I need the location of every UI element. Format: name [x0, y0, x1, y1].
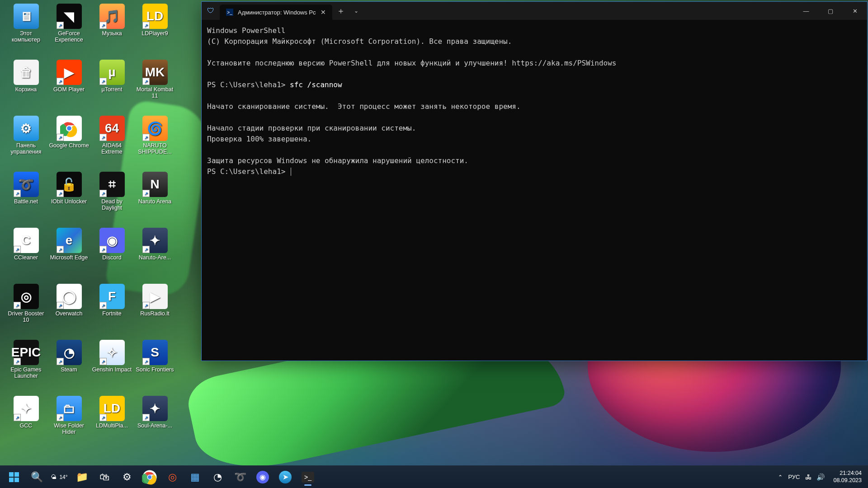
term-command: sfc /scannow	[290, 80, 342, 89]
shortcut-arrow-icon: ↗	[142, 302, 150, 309]
desktop-icon-battlenet[interactable]: ➰↗Battle.net	[5, 171, 47, 224]
desktop-icon-recycle-bin[interactable]: 🗑Корзина	[5, 59, 47, 112]
desktop-icon-aida64[interactable]: 64↗AIDA64 Extreme	[90, 115, 133, 168]
taskbar-telegram[interactable]: ➤	[275, 468, 296, 487]
terminal-tab[interactable]: >_ Администратор: Windows Pc ✕	[220, 5, 332, 20]
desktop-icon-rusradio[interactable]: ▶↗RusRadio.lt	[133, 283, 176, 336]
icon-label: Этот компьютер	[5, 30, 47, 43]
weather-widget[interactable]: 🌤 14°	[49, 468, 70, 487]
desktop-icon-gcc[interactable]: ✦↗GCC	[5, 395, 47, 448]
desktop-icon-gom-player[interactable]: ▶↗GOM Player	[47, 59, 90, 112]
taskbar-store[interactable]: 🛍	[94, 468, 115, 487]
steam-icon: ◔↗	[57, 340, 82, 365]
desktop-icon-driver-booster[interactable]: ◎↗Driver Booster 10	[5, 283, 47, 336]
shortcut-arrow-icon: ↗	[14, 190, 21, 197]
driver-booster-icon: ◎↗	[14, 284, 39, 309]
language-indicator[interactable]: РУС	[788, 474, 800, 480]
shortcut-arrow-icon: ↗	[142, 246, 150, 253]
desktop-icon-naruto-arena2[interactable]: ✦↗Naruto-Are...	[133, 227, 176, 280]
mortal-kombat-icon: MK↗	[142, 60, 168, 85]
icon-label: Microsoft Edge	[50, 254, 88, 261]
network-icon[interactable]: 🖧	[805, 473, 812, 481]
desktop-icon-sonic[interactable]: S↗Sonic Frontiers	[133, 339, 176, 392]
aida64-icon: 64↗	[99, 116, 125, 141]
icon-label: Музыка	[102, 30, 122, 37]
battlenet-icon: ➰↗	[14, 172, 39, 197]
taskbar-settings[interactable]: ⚙	[117, 468, 137, 487]
clock[interactable]: 21:24:04 08.09.2023	[830, 470, 862, 484]
desktop-icon-ccleaner[interactable]: C↗CCleaner	[5, 227, 47, 280]
taskbar-explorer[interactable]: 📁	[71, 468, 92, 487]
chrome-icon: ↗	[57, 116, 82, 141]
close-button[interactable]: ✕	[843, 2, 867, 20]
taskbar-chrome[interactable]	[139, 468, 160, 487]
shortcut-arrow-icon: ↗	[57, 134, 64, 141]
icon-label: Naruto Arena	[138, 198, 172, 205]
taskbar[interactable]: 🔍 🌤 14° 📁 🛍 ⚙ ◎ ▦ ◔ ➰ ◉ ➤ >_ ⌃ РУС 🖧 🔊 2…	[0, 465, 868, 488]
desktop-icon-soul-arena[interactable]: ✦↗Soul-Arena-...	[133, 395, 176, 448]
desktop-icon-iobit-unlocker[interactable]: 🔓↗IObit Unlocker	[47, 171, 90, 224]
desktop-icon-control-panel[interactable]: ⚙Панель управления	[5, 115, 47, 168]
search-button[interactable]: 🔍	[26, 468, 47, 487]
windows-icon	[9, 472, 19, 483]
volume-icon[interactable]: 🔊	[816, 473, 825, 481]
tab-dropdown-icon[interactable]: ⌄	[349, 2, 363, 20]
taskbar-terminal[interactable]: >_	[297, 468, 318, 487]
desktop-icon-discord[interactable]: ◉↗Discord	[90, 227, 133, 280]
driverbooster-icon: ◎	[168, 471, 177, 483]
shortcut-arrow-icon: ↗	[14, 246, 21, 253]
taskbar-steam[interactable]: ◔	[207, 468, 228, 487]
desktop-icon-chrome[interactable]: ↗Google Chrome	[47, 115, 90, 168]
term-line: (C) Корпорация Майкрософт (Microsoft Cor…	[207, 37, 512, 46]
clock-time: 21:24:04	[833, 470, 862, 477]
shortcut-arrow-icon: ↗	[142, 190, 150, 197]
desktop-icon-steam[interactable]: ◔↗Steam	[47, 339, 90, 392]
desktop-icon-dead-by-daylight[interactable]: ⌗↗Dead by Daylight	[90, 171, 133, 224]
desktop-icon-naruto-arena[interactable]: N↗Naruto Arena	[133, 171, 176, 224]
desktop-icon-naruto-shippuden[interactable]: 🌀↗NARUTO SHIPPUDE...	[133, 115, 176, 168]
desktop-icon-ldmulti[interactable]: LD↗LDMultiPla...	[90, 395, 133, 448]
terminal-body[interactable]: Windows PowerShell (C) Корпорация Майкро…	[202, 20, 867, 361]
discord-icon: ◉↗	[99, 228, 125, 253]
maximize-button[interactable]: ▢	[818, 2, 843, 20]
desktop-icon-mortal-kombat[interactable]: MK↗Mortal Kombat 11	[133, 59, 176, 112]
minimize-button[interactable]: —	[794, 2, 818, 20]
desktop-icon-overwatch[interactable]: ◯↗Overwatch	[47, 283, 90, 336]
admin-shield-icon: 🛡	[202, 2, 220, 20]
battlenet-icon: ➰	[234, 471, 246, 483]
shortcut-arrow-icon: ↗	[57, 22, 64, 29]
tray-overflow-icon[interactable]: ⌃	[778, 474, 783, 480]
taskbar-app[interactable]: ▦	[184, 468, 205, 487]
desktop-icon-ms-edge[interactable]: e↗Microsoft Edge	[47, 227, 90, 280]
tab-title: Администратор: Windows Pc	[238, 9, 316, 16]
desktop-icon-genshin[interactable]: ✧↗Genshin Impact	[90, 339, 133, 392]
icon-label: IObit Unlocker	[51, 198, 87, 205]
term-line: Защита ресурсов Windows не обнаружила на…	[207, 156, 468, 165]
desktop-icon-geforce-exp[interactable]: ◥↗GeForce Experience	[47, 3, 90, 56]
naruto-shippuden-icon: 🌀↗	[142, 116, 168, 141]
desktop-icon-ldplayer[interactable]: LD↗LDPlayer9	[133, 3, 176, 56]
taskbar-battlenet[interactable]: ➰	[230, 468, 250, 487]
desktop-icon-wise-folder[interactable]: 🗀↗Wise Folder Hider	[47, 395, 90, 448]
term-line: Windows PowerShell	[207, 26, 285, 35]
icon-label: LDPlayer9	[142, 30, 168, 37]
ccleaner-icon: C↗	[14, 228, 39, 253]
term-line: Начало стадии проверки при сканировании …	[207, 124, 416, 132]
desktop-icon-epic-games[interactable]: EPIC↗Epic Games Launcher	[5, 339, 47, 392]
desktop-icon-this-pc[interactable]: 🖥Этот компьютер	[5, 3, 47, 56]
svg-rect-6	[14, 478, 19, 482]
start-button[interactable]	[4, 468, 24, 487]
desktop-icon-utorrent[interactable]: µ↗µTorrent	[90, 59, 133, 112]
taskbar-driver-booster[interactable]: ◎	[162, 468, 183, 487]
new-tab-button[interactable]: ＋	[332, 2, 349, 20]
desktop-icon-music[interactable]: 🎵↗Музыка	[90, 3, 133, 56]
tab-close-icon[interactable]: ✕	[321, 9, 326, 16]
taskbar-discord[interactable]: ◉	[252, 468, 273, 487]
rusradio-icon: ▶↗	[142, 284, 168, 309]
terminal-window[interactable]: 🛡 >_ Администратор: Windows Pc ✕ ＋ ⌄ — ▢…	[201, 1, 868, 361]
icon-label: Epic Games Launcher	[5, 366, 47, 380]
terminal-titlebar[interactable]: 🛡 >_ Администратор: Windows Pc ✕ ＋ ⌄ — ▢…	[202, 2, 867, 20]
gear-icon: ⚙	[123, 471, 132, 483]
shortcut-arrow-icon: ↗	[57, 78, 64, 85]
desktop-icon-fortnite[interactable]: F↗Fortnite	[90, 283, 133, 336]
